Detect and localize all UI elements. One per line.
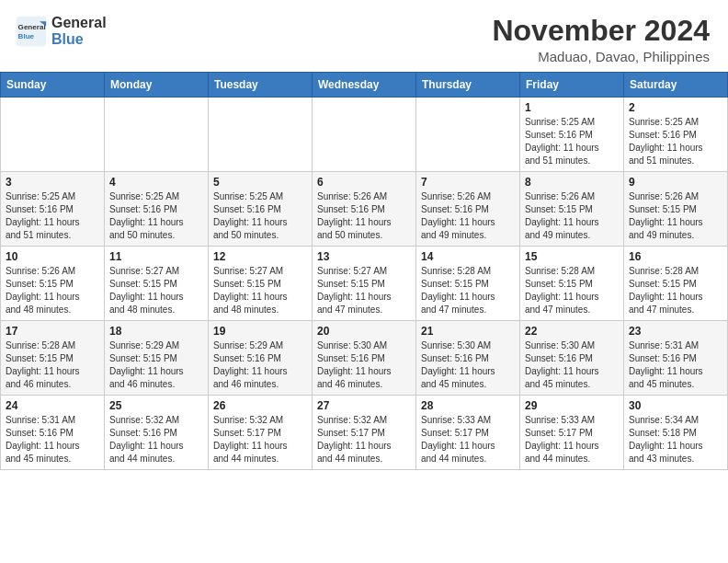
header: General Blue General Blue November 2024 … [0, 0, 728, 72]
day-cell: 3Sunrise: 5:25 AMSunset: 5:16 PMDaylight… [1, 172, 105, 247]
day-cell: 28Sunrise: 5:33 AMSunset: 5:17 PMDayligh… [416, 396, 520, 470]
day-number: 3 [6, 176, 99, 189]
day-number: 10 [6, 250, 99, 263]
day-info: Sunrise: 5:34 AMSunset: 5:18 PMDaylight:… [629, 414, 722, 465]
day-number: 8 [525, 176, 619, 189]
day-info: Sunrise: 5:29 AMSunset: 5:16 PMDaylight:… [213, 339, 307, 391]
day-number: 6 [317, 176, 411, 189]
day-number: 1 [525, 101, 619, 114]
logo-general: General [51, 15, 107, 31]
day-info: Sunrise: 5:26 AMSunset: 5:16 PMDaylight:… [317, 190, 411, 242]
day-cell [416, 98, 520, 172]
day-number: 19 [213, 325, 307, 338]
day-number: 11 [109, 250, 203, 263]
day-info: Sunrise: 5:32 AMSunset: 5:17 PMDaylight:… [317, 414, 411, 465]
day-number: 28 [421, 399, 515, 412]
day-cell [313, 98, 416, 172]
day-cell: 20Sunrise: 5:30 AMSunset: 5:16 PMDayligh… [313, 321, 416, 396]
logo-blue: Blue [51, 31, 107, 48]
day-info: Sunrise: 5:29 AMSunset: 5:15 PMDaylight:… [109, 339, 203, 391]
day-info: Sunrise: 5:27 AMSunset: 5:15 PMDaylight:… [109, 265, 203, 316]
day-cell [1, 98, 105, 172]
month-title: November 2024 [492, 15, 710, 47]
day-number: 17 [6, 325, 99, 338]
logo-text: General Blue [51, 15, 107, 47]
day-info: Sunrise: 5:25 AMSunset: 5:16 PMDaylight:… [629, 116, 722, 167]
day-info: Sunrise: 5:33 AMSunset: 5:17 PMDaylight:… [421, 414, 515, 465]
day-info: Sunrise: 5:28 AMSunset: 5:15 PMDaylight:… [629, 265, 722, 316]
day-cell: 5Sunrise: 5:25 AMSunset: 5:16 PMDaylight… [209, 172, 313, 247]
day-number: 14 [421, 250, 515, 263]
week-row-3: 10Sunrise: 5:26 AMSunset: 5:15 PMDayligh… [1, 247, 728, 321]
day-number: 23 [629, 325, 722, 338]
day-cell [209, 98, 313, 172]
calendar: SundayMondayTuesdayWednesdayThursdayFrid… [0, 72, 728, 470]
day-cell: 1Sunrise: 5:25 AMSunset: 5:16 PMDaylight… [520, 98, 624, 172]
location-title: Maduao, Davao, Philippines [492, 49, 710, 64]
week-row-4: 17Sunrise: 5:28 AMSunset: 5:15 PMDayligh… [1, 321, 728, 396]
title-block: November 2024 Maduao, Davao, Philippines [492, 15, 710, 64]
days-header-row: SundayMondayTuesdayWednesdayThursdayFrid… [1, 73, 728, 98]
day-header-tuesday: Tuesday [209, 73, 313, 98]
day-number: 25 [109, 399, 203, 412]
day-info: Sunrise: 5:31 AMSunset: 5:16 PMDaylight:… [6, 414, 99, 465]
day-cell: 29Sunrise: 5:33 AMSunset: 5:17 PMDayligh… [520, 396, 624, 470]
day-cell: 27Sunrise: 5:32 AMSunset: 5:17 PMDayligh… [313, 396, 416, 470]
day-cell [105, 98, 209, 172]
day-info: Sunrise: 5:25 AMSunset: 5:16 PMDaylight:… [109, 190, 203, 242]
day-cell: 8Sunrise: 5:26 AMSunset: 5:15 PMDaylight… [520, 172, 624, 247]
day-cell: 7Sunrise: 5:26 AMSunset: 5:16 PMDaylight… [416, 172, 520, 247]
day-number: 26 [213, 399, 307, 412]
day-number: 15 [525, 250, 619, 263]
logo: General Blue General Blue [15, 15, 107, 48]
day-cell: 21Sunrise: 5:30 AMSunset: 5:16 PMDayligh… [416, 321, 520, 396]
day-number: 9 [629, 176, 722, 189]
day-info: Sunrise: 5:27 AMSunset: 5:15 PMDaylight:… [317, 265, 411, 316]
day-number: 29 [525, 399, 619, 412]
day-info: Sunrise: 5:25 AMSunset: 5:16 PMDaylight:… [213, 190, 307, 242]
day-header-monday: Monday [105, 73, 209, 98]
day-cell: 26Sunrise: 5:32 AMSunset: 5:17 PMDayligh… [209, 396, 313, 470]
day-info: Sunrise: 5:30 AMSunset: 5:16 PMDaylight:… [317, 339, 411, 391]
day-cell: 25Sunrise: 5:32 AMSunset: 5:16 PMDayligh… [105, 396, 209, 470]
day-number: 18 [109, 325, 203, 338]
day-cell: 6Sunrise: 5:26 AMSunset: 5:16 PMDaylight… [313, 172, 416, 247]
svg-text:Blue: Blue [18, 32, 35, 40]
day-cell: 30Sunrise: 5:34 AMSunset: 5:18 PMDayligh… [624, 396, 728, 470]
day-info: Sunrise: 5:26 AMSunset: 5:15 PMDaylight:… [525, 190, 619, 242]
day-cell: 12Sunrise: 5:27 AMSunset: 5:15 PMDayligh… [209, 247, 313, 321]
day-header-saturday: Saturday [624, 73, 728, 98]
day-info: Sunrise: 5:25 AMSunset: 5:16 PMDaylight:… [525, 116, 619, 167]
page: General Blue General Blue November 2024 … [0, 0, 728, 563]
day-info: Sunrise: 5:30 AMSunset: 5:16 PMDaylight:… [525, 339, 619, 391]
day-header-wednesday: Wednesday [313, 73, 416, 98]
day-info: Sunrise: 5:33 AMSunset: 5:17 PMDaylight:… [525, 414, 619, 465]
day-info: Sunrise: 5:26 AMSunset: 5:15 PMDaylight:… [629, 190, 722, 242]
day-cell: 13Sunrise: 5:27 AMSunset: 5:15 PMDayligh… [313, 247, 416, 321]
day-number: 30 [629, 399, 722, 412]
day-number: 22 [525, 325, 619, 338]
day-header-sunday: Sunday [1, 73, 105, 98]
week-row-1: 1Sunrise: 5:25 AMSunset: 5:16 PMDaylight… [1, 98, 728, 172]
day-cell: 2Sunrise: 5:25 AMSunset: 5:16 PMDaylight… [624, 98, 728, 172]
week-row-2: 3Sunrise: 5:25 AMSunset: 5:16 PMDaylight… [1, 172, 728, 247]
day-header-friday: Friday [520, 73, 624, 98]
day-info: Sunrise: 5:32 AMSunset: 5:17 PMDaylight:… [213, 414, 307, 465]
day-info: Sunrise: 5:25 AMSunset: 5:16 PMDaylight:… [6, 190, 99, 242]
day-info: Sunrise: 5:28 AMSunset: 5:15 PMDaylight:… [525, 265, 619, 316]
day-number: 20 [317, 325, 411, 338]
day-number: 4 [109, 176, 203, 189]
day-info: Sunrise: 5:26 AMSunset: 5:15 PMDaylight:… [6, 265, 99, 316]
day-number: 24 [6, 399, 99, 412]
day-cell: 23Sunrise: 5:31 AMSunset: 5:16 PMDayligh… [624, 321, 728, 396]
day-cell: 16Sunrise: 5:28 AMSunset: 5:15 PMDayligh… [624, 247, 728, 321]
day-cell: 17Sunrise: 5:28 AMSunset: 5:15 PMDayligh… [1, 321, 105, 396]
day-number: 12 [213, 250, 307, 263]
day-number: 5 [213, 176, 307, 189]
day-cell: 24Sunrise: 5:31 AMSunset: 5:16 PMDayligh… [1, 396, 105, 470]
day-info: Sunrise: 5:27 AMSunset: 5:15 PMDaylight:… [213, 265, 307, 316]
day-info: Sunrise: 5:28 AMSunset: 5:15 PMDaylight:… [421, 265, 515, 316]
day-number: 27 [317, 399, 411, 412]
day-cell: 10Sunrise: 5:26 AMSunset: 5:15 PMDayligh… [1, 247, 105, 321]
day-number: 2 [629, 101, 722, 114]
